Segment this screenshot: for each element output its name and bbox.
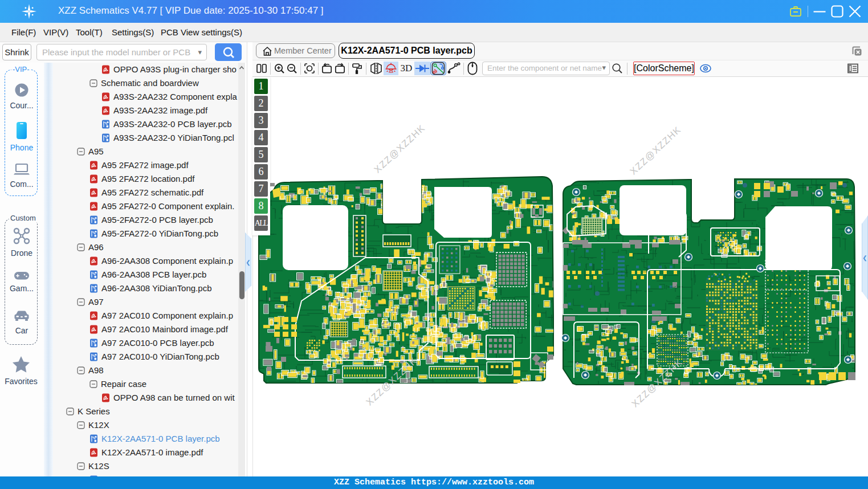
svg-text:XZZ@XZZHK: XZZ@XZZHK [628, 124, 683, 177]
svg-text:XZZ@XZZHK: XZZ@XZZHK [372, 123, 427, 175]
